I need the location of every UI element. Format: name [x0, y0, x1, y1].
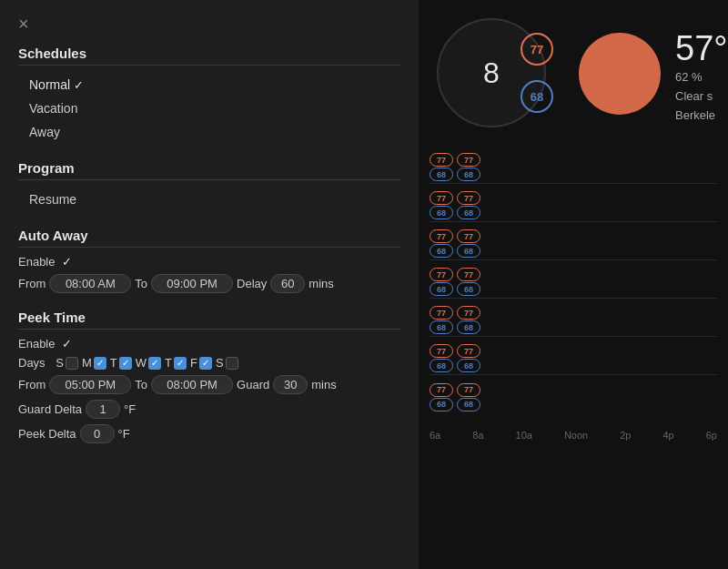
day-f-checkbox[interactable]: ✓ [199, 357, 212, 370]
program-section: Program Resume [18, 160, 400, 211]
auto-away-divider [18, 247, 400, 248]
axis-label-6a: 6a [430, 430, 440, 441]
auto-away-delay-input[interactable]: 60 [270, 274, 305, 293]
axis-label-10a: 10a [516, 430, 532, 441]
axis-label-4p: 4p [662, 430, 673, 441]
schedule-pair-6b: 77 68 [457, 344, 480, 372]
schedule-pair-7a: 77 68 [430, 383, 453, 412]
peek-time-time-row: From 05:00 PM To 08:00 PM Guard 30 mins [18, 375, 400, 394]
auto-away-to-input[interactable]: 09:00 PM [151, 274, 233, 293]
day-t2-checkbox[interactable]: ✓ [174, 357, 187, 370]
axis-label-8a: 8a [472, 430, 483, 441]
mini-cool-5a: 68 [430, 320, 453, 334]
schedule-away[interactable]: Away [18, 120, 400, 144]
program-divider [18, 179, 400, 180]
schedule-pair-2b: 77 68 [457, 191, 480, 219]
mini-heat-1a: 77 [430, 153, 453, 167]
mini-heat-2a: 77 [430, 191, 453, 205]
peek-from-input[interactable]: 05:00 PM [49, 375, 131, 394]
peek-guard-delta-row: Guard Delta 1 °F [18, 400, 400, 419]
schedule-pair-6a: 77 68 [430, 344, 453, 372]
schedule-pair-1b: 77 68 [457, 153, 480, 181]
cool-setpoint-bubble[interactable]: 68 [521, 80, 553, 113]
timeline-axis: 6a 8a 10a Noon 2p 4p 6p [419, 426, 728, 441]
auto-away-from-input[interactable]: 08:00 AM [49, 274, 131, 293]
thermostat-circle: 8 77 68 [437, 18, 546, 127]
day-group-s2: S [216, 356, 238, 370]
peek-delta-label: Peek Delta [18, 427, 76, 441]
weather-desc: Clear s [675, 87, 727, 107]
peek-time-divider [18, 329, 400, 330]
mini-cool-7a: 68 [430, 398, 453, 412]
day-t1-label: T [110, 356, 117, 370]
schedules-divider [18, 65, 400, 66]
outdoor-temp: 57° [675, 29, 727, 68]
schedule-pair-3b: 77 68 [457, 229, 480, 258]
peek-guard-label: Guard [237, 378, 269, 391]
peek-delta-input[interactable]: 0 [80, 424, 115, 443]
mini-cool-2a: 68 [430, 206, 453, 219]
mini-cool-1a: 68 [430, 168, 453, 181]
auto-away-time-row: From 08:00 AM To 09:00 PM Delay 60 mins [18, 274, 400, 293]
peek-time-title: Peek Time [18, 310, 400, 325]
auto-away-enable-row: Enable ✓ [18, 255, 400, 269]
mini-heat-3a: 77 [430, 229, 453, 243]
peek-to-input[interactable]: 08:00 PM [151, 375, 233, 394]
day-t1-checkbox[interactable]: ✓ [119, 357, 132, 370]
schedule-pair-5a: 77 68 [430, 306, 453, 334]
mini-heat-4b: 77 [457, 268, 480, 281]
schedule-normal[interactable]: Normal✓ [18, 73, 400, 97]
mini-heat-3b: 77 [457, 229, 480, 243]
day-m-checkbox[interactable]: ✓ [94, 357, 106, 370]
mini-heat-7a: 77 [430, 383, 453, 397]
close-button[interactable]: × [18, 15, 29, 33]
program-title: Program [18, 160, 400, 176]
schedule-pair-1a: 77 68 [430, 153, 453, 181]
peek-delta-row: Peek Delta 0 °F [18, 424, 400, 443]
days-label: Days [18, 356, 46, 370]
mini-heat-7b: 77 [457, 383, 480, 397]
day-s1-checkbox[interactable] [66, 357, 78, 370]
day-f-label: F [190, 356, 197, 370]
mini-heat-2b: 77 [457, 191, 480, 205]
mini-cool-4a: 68 [430, 282, 453, 296]
day-s2-checkbox[interactable] [226, 357, 238, 370]
current-temp-display: 8 [483, 56, 500, 90]
timeline-row-1: 77 68 77 68 [430, 151, 717, 184]
thermo-top: 8 77 68 57° 62 % Clear s Berkele [419, 0, 728, 137]
mini-cool-2b: 68 [457, 206, 480, 219]
guard-delta-input[interactable]: 1 [86, 400, 120, 419]
day-s2-label: S [216, 356, 224, 370]
heat-setpoint-bubble[interactable]: 77 [521, 33, 553, 66]
mini-cool-5b: 68 [457, 320, 480, 334]
auto-away-enable-label: Enable [18, 255, 55, 269]
auto-away-enable-check: ✓ [62, 255, 72, 269]
peek-time-section: Peek Time Enable ✓ Days S M ✓ T ✓ [18, 310, 400, 443]
peek-mins-label: mins [311, 378, 336, 391]
mini-cool-6b: 68 [457, 359, 480, 372]
schedules-section: Schedules Normal✓ Vacation Away [18, 46, 400, 144]
weather-info: 57° 62 % Clear s Berkele [675, 29, 727, 125]
auto-away-section: Auto Away Enable ✓ From 08:00 AM To 09:0… [18, 228, 400, 293]
schedule-pair-4a: 77 68 [430, 268, 453, 296]
peek-guard-input[interactable]: 30 [273, 375, 308, 394]
right-panel: 8 77 68 57° 62 % Clear s Berkele 77 68 7… [419, 0, 728, 569]
guard-delta-unit: °F [124, 402, 136, 416]
timeline-row-4: 77 68 77 68 [430, 266, 717, 299]
peek-delta-unit: °F [118, 427, 130, 441]
schedule-vacation[interactable]: Vacation [18, 97, 400, 120]
day-m-label: M [82, 356, 92, 370]
timeline-chart: 77 68 77 68 77 68 77 68 77 68 [419, 144, 728, 426]
mini-cool-4b: 68 [457, 282, 480, 296]
day-group-s1: S [56, 356, 78, 370]
program-resume[interactable]: Resume [18, 188, 400, 211]
peek-time-enable-label: Enable [18, 337, 55, 351]
axis-label-6p: 6p [706, 430, 717, 441]
mini-heat-5a: 77 [430, 306, 453, 320]
day-w-checkbox[interactable]: ✓ [148, 357, 161, 370]
auto-away-to-label: To [135, 277, 147, 290]
humidity-display: 62 % [675, 68, 727, 87]
mini-cool-6a: 68 [430, 359, 453, 372]
axis-label-2p: 2p [620, 430, 631, 441]
guard-delta-label: Guard Delta [18, 402, 82, 416]
